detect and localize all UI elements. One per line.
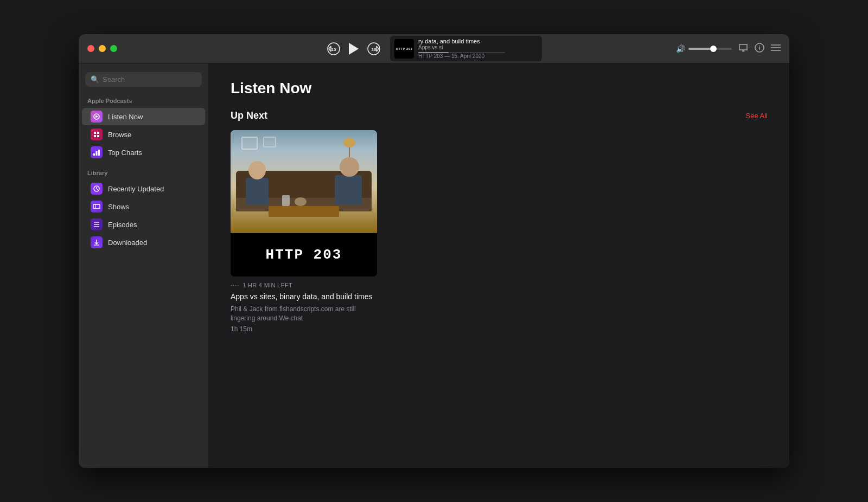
svg-rect-13 — [94, 135, 96, 137]
volume-control: 🔊 — [676, 44, 732, 53]
page-title: Listen Now — [231, 80, 768, 97]
downloaded-icon — [91, 236, 103, 248]
sidebar: 🔍 Apple Podcasts Listen Now Browse — [79, 63, 209, 468]
apple-podcasts-section-label: Apple Podcasts — [79, 95, 208, 107]
search-icon: 🔍 — [91, 75, 99, 83]
episode-dots: ···· — [231, 282, 239, 288]
http203-label-bar: HTTP 203 — [231, 233, 377, 276]
titlebar-center: 15 30 — [326, 36, 542, 61]
up-next-header: Up Next See All — [231, 110, 768, 121]
volume-icon: 🔊 — [676, 44, 685, 53]
now-playing-info: ry data, and build times Apps vs si HTTP… — [418, 38, 505, 59]
svg-rect-19 — [93, 204, 100, 209]
svg-rect-17 — [98, 150, 100, 156]
skip-back-icon: 15 — [326, 41, 341, 56]
recently-updated-icon — [91, 183, 103, 195]
episode-card[interactable]: HTTP 203 ···· 1 HR 4 MIN LEFT Apps vs si… — [231, 130, 377, 333]
now-playing-show: Apps vs si — [418, 44, 505, 50]
episode-description: Phil & Jack from fishandscripts.com are … — [231, 305, 377, 323]
browse-label: Browse — [108, 131, 131, 139]
svg-rect-12 — [97, 132, 99, 134]
sidebar-item-recently-updated[interactable]: Recently Updated — [82, 180, 205, 197]
minimize-button[interactable] — [99, 45, 106, 52]
search-input[interactable] — [103, 75, 196, 83]
now-playing-widget[interactable]: HTTP 203 ry data, and build times Apps v… — [390, 36, 542, 61]
thumbnail-label: HTTP 203 — [394, 39, 414, 59]
now-playing-subtitle: HTTP 203 — 15. April 2020 — [418, 53, 505, 59]
http203-photo — [231, 130, 377, 233]
airplay-button[interactable] — [738, 43, 748, 55]
svg-rect-14 — [97, 135, 99, 137]
volume-thumb — [710, 46, 717, 52]
sidebar-item-downloaded[interactable]: Downloaded — [82, 234, 205, 251]
downloaded-label: Downloaded — [108, 239, 147, 247]
shows-label: Shows — [108, 203, 129, 211]
svg-rect-11 — [94, 132, 96, 134]
transport-controls: 15 30 — [326, 41, 381, 56]
listen-now-icon — [91, 111, 103, 123]
episode-title: Apps vs sites, binary data, and build ti… — [231, 292, 377, 301]
skip-forward-button[interactable]: 30 — [366, 41, 381, 56]
sidebar-item-episodes[interactable]: Episodes — [82, 216, 205, 233]
http203-art: HTTP 203 — [231, 130, 377, 276]
svg-rect-16 — [96, 151, 98, 156]
app-window: 15 30 — [79, 34, 789, 468]
maximize-button[interactable] — [110, 45, 117, 52]
now-playing-title: ry data, and build times — [418, 38, 505, 44]
svg-text:i: i — [759, 45, 761, 51]
search-box[interactable]: 🔍 — [85, 72, 202, 87]
titlebar-right: 🔊 i — [676, 43, 781, 55]
skip-forward-icon: 30 — [366, 41, 381, 56]
browse-icon — [91, 128, 103, 140]
main-content: 🔍 Apple Podcasts Listen Now Browse — [79, 63, 789, 468]
listen-now-label: Listen Now — [108, 113, 143, 121]
svg-text:30: 30 — [372, 47, 376, 52]
sidebar-item-shows[interactable]: Shows — [82, 198, 205, 215]
sidebar-item-browse[interactable]: Browse — [82, 126, 205, 143]
top-charts-icon — [91, 146, 103, 158]
now-playing-thumbnail: HTTP 203 — [394, 39, 414, 59]
episode-duration: 1h 15m — [231, 325, 377, 333]
http203-text: HTTP 203 — [266, 247, 342, 263]
sidebar-item-top-charts[interactable]: Top Charts — [82, 144, 205, 161]
info-button[interactable]: i — [755, 43, 764, 55]
titlebar: 15 30 — [79, 34, 789, 63]
volume-slider[interactable] — [688, 48, 732, 50]
see-all-button[interactable]: See All — [746, 112, 768, 120]
play-button[interactable] — [348, 42, 360, 55]
episode-meta: ···· 1 HR 4 MIN LEFT — [231, 282, 377, 288]
svg-rect-15 — [93, 153, 95, 156]
svg-text:15: 15 — [331, 47, 336, 52]
sidebar-item-listen-now[interactable]: Listen Now — [82, 108, 205, 125]
close-button[interactable] — [87, 45, 94, 52]
episodes-label: Episodes — [108, 221, 137, 229]
episode-time-left: 1 HR 4 MIN LEFT — [242, 282, 292, 288]
episodes-icon — [91, 218, 103, 230]
traffic-lights — [87, 45, 117, 52]
up-next-label: Up Next — [231, 110, 267, 121]
main-panel: Listen Now Up Next See All — [209, 63, 789, 468]
library-section-label: Library — [79, 168, 208, 179]
skip-back-button[interactable]: 15 — [326, 41, 341, 56]
svg-marker-2 — [349, 43, 359, 55]
episode-artwork: HTTP 203 — [231, 130, 377, 276]
recently-updated-label: Recently Updated — [108, 185, 164, 193]
queue-button[interactable] — [771, 44, 781, 54]
shows-icon — [91, 201, 103, 213]
top-charts-label: Top Charts — [108, 149, 142, 157]
